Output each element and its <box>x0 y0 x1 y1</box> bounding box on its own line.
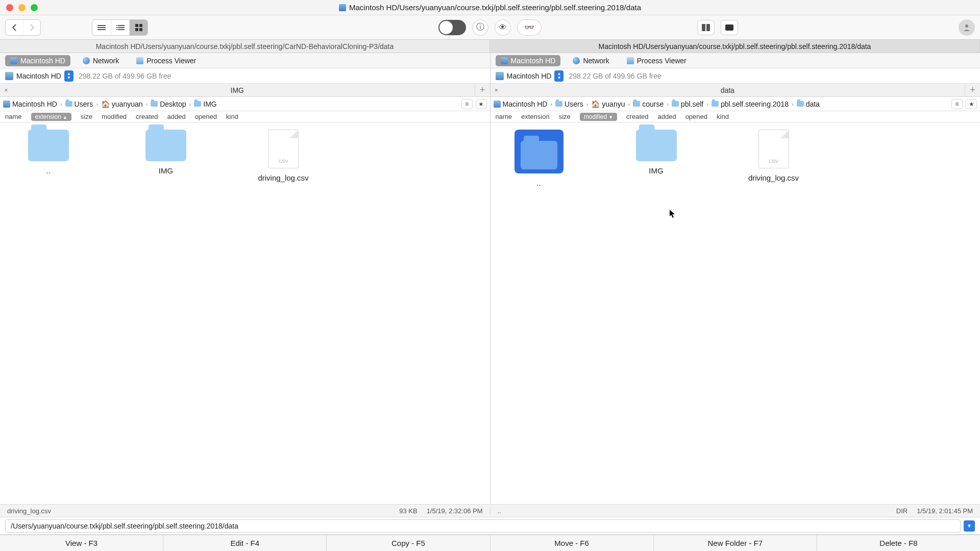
svg-rect-14 <box>706 24 710 31</box>
right-tools <box>697 19 975 36</box>
crumb-hd[interactable]: Macintosh HD› <box>494 100 554 108</box>
eye-icon: 👁 <box>499 23 507 32</box>
user-button[interactable] <box>959 19 975 36</box>
copy-button[interactable]: Copy - F5 <box>327 535 490 551</box>
crumb-desktop[interactable]: Desktop› <box>151 100 192 108</box>
forward-button[interactable] <box>23 20 40 35</box>
window-title-text: Macintosh HD/Users/yuanyuan/course.txkj/… <box>349 3 641 12</box>
left-list-mini-button[interactable]: ≡ <box>461 99 473 109</box>
col-created[interactable]: created <box>626 113 648 120</box>
path-input[interactable]: /Users/yuanyuan/course.txkj/pbl.self.ste… <box>5 519 961 533</box>
view-column-icon[interactable] <box>111 20 129 35</box>
path-history-button[interactable]: ▼ <box>964 520 975 532</box>
terminal-button[interactable] <box>721 20 738 35</box>
zoom-window-icon[interactable] <box>31 4 38 11</box>
dual-pane-button[interactable] <box>697 20 715 35</box>
col-added[interactable]: added <box>657 113 676 120</box>
right-tab-close-icon[interactable]: × <box>495 86 499 94</box>
col-modified[interactable]: modified <box>102 113 127 120</box>
right-status: .. DIR 1/5/19, 2:01:45 PM <box>491 507 981 515</box>
right-drive-name: Macintosh HD <box>507 72 552 80</box>
left-device-process-label: Process Viewer <box>146 57 196 65</box>
folder-icon <box>555 101 562 107</box>
back-button[interactable] <box>6 20 23 35</box>
col-modified[interactable]: modified▼ <box>580 113 617 121</box>
right-drive-select[interactable]: Macintosh HD ▲▼ <box>496 70 564 82</box>
col-extension[interactable]: extension▲ <box>31 113 71 121</box>
left-item-img[interactable]: IMG <box>128 130 204 182</box>
folder-icon <box>712 101 719 107</box>
col-added[interactable]: added <box>167 113 185 120</box>
binoculars-icon: 👓 <box>524 22 534 32</box>
right-list-mini-button[interactable]: ≡ <box>951 99 963 109</box>
view-button[interactable]: View - F3 <box>0 535 163 551</box>
home-icon: 🏠 <box>591 100 600 108</box>
right-device-network[interactable]: Network <box>568 55 614 66</box>
col-name[interactable]: name <box>5 113 22 120</box>
left-device-network[interactable]: Network <box>78 55 124 66</box>
left-item-csv[interactable]: CSV driving_log.csv <box>245 130 322 182</box>
quicklook-button[interactable]: 👁 <box>495 19 511 36</box>
col-size[interactable]: size <box>81 113 92 120</box>
left-path-tab[interactable]: Macintosh HD/Users/yuanyuan/course.txkj/… <box>0 40 490 53</box>
col-kind[interactable]: kind <box>717 113 729 120</box>
left-file-grid[interactable]: .. IMG CSV driving_log.csv <box>0 122 490 504</box>
left-item-parent[interactable]: .. <box>10 130 87 182</box>
col-opened[interactable]: opened <box>685 113 707 120</box>
view-options-button[interactable]: 👓 <box>517 19 542 36</box>
col-size[interactable]: size <box>559 113 571 120</box>
right-item-img[interactable]: IMG <box>618 130 695 187</box>
left-drive-select[interactable]: Macintosh HD ▲▼ <box>5 70 74 82</box>
close-window-icon[interactable] <box>6 4 13 11</box>
left-pane: Macintosh HD Network Process Viewer Maci… <box>0 53 491 504</box>
right-drive-stepper[interactable]: ▲▼ <box>554 70 564 82</box>
right-column-headers: name extension size modified▼ created ad… <box>491 111 981 122</box>
left-drive-stepper[interactable]: ▲▼ <box>64 70 74 82</box>
disk-icon <box>496 72 504 80</box>
crumb-pbl[interactable]: pbl.self› <box>672 100 709 108</box>
right-device-process-label: Process Viewer <box>637 57 687 65</box>
crumb-users[interactable]: Users› <box>65 100 99 108</box>
left-tab-close-icon[interactable]: × <box>4 86 8 94</box>
left-status: driving_log.csv 93 KB 1/5/19, 2:32:06 PM <box>0 507 491 515</box>
left-star-mini-button[interactable]: ★ <box>476 99 487 109</box>
delete-button[interactable]: Delete - F8 <box>817 535 980 551</box>
crumb-course[interactable]: course› <box>633 100 670 108</box>
process-icon <box>627 57 634 64</box>
col-kind[interactable]: kind <box>226 113 238 120</box>
minimize-window-icon[interactable] <box>18 4 26 11</box>
left-add-tab-button[interactable]: + <box>475 84 490 96</box>
view-list-icon[interactable] <box>92 20 111 35</box>
right-device-process[interactable]: Process Viewer <box>622 55 692 66</box>
crumb-users[interactable]: Users› <box>555 100 589 108</box>
right-folder-tab[interactable]: data <box>491 86 965 94</box>
crumb-user[interactable]: 🏠yuanyuan› <box>101 100 149 108</box>
col-created[interactable]: created <box>136 113 158 120</box>
edit-button[interactable]: Edit - F4 <box>163 535 327 551</box>
right-file-grid[interactable]: .. IMG CSV driving_log.csv <box>491 122 981 504</box>
left-device-process[interactable]: Process Viewer <box>131 55 201 66</box>
view-grid-icon[interactable] <box>129 20 148 35</box>
right-folder-tab-label: data <box>721 86 734 94</box>
crumb-data[interactable]: data <box>797 100 820 108</box>
right-add-tab-button[interactable]: + <box>965 84 980 96</box>
hidden-files-toggle[interactable] <box>438 20 466 35</box>
col-extension[interactable]: extension <box>521 113 550 120</box>
right-item-parent[interactable]: .. <box>501 130 577 187</box>
crumb-hd[interactable]: Macintosh HD› <box>3 100 63 108</box>
left-device-hd[interactable]: Macintosh HD <box>5 55 70 66</box>
col-name[interactable]: name <box>496 113 512 120</box>
right-star-mini-button[interactable]: ★ <box>966 99 977 109</box>
new-folder-button[interactable]: New Folder - F7 <box>654 535 817 551</box>
right-device-hd[interactable]: Macintosh HD <box>496 55 561 66</box>
right-path-tab[interactable]: Macintosh HD/Users/yuanyuan/course.txkj/… <box>490 40 980 53</box>
left-folder-tab[interactable]: IMG <box>0 86 475 94</box>
crumb-2018[interactable]: pbl.self.steering.2018› <box>712 100 795 108</box>
crumb-current[interactable]: IMG <box>194 100 216 108</box>
move-button[interactable]: Move - F6 <box>491 535 654 551</box>
right-item-csv[interactable]: CSV driving_log.csv <box>736 130 812 187</box>
svg-rect-9 <box>135 24 138 27</box>
col-opened[interactable]: opened <box>195 113 217 120</box>
info-button[interactable]: ⓘ <box>472 19 488 36</box>
crumb-user[interactable]: 🏠yuanyu› <box>591 100 631 108</box>
